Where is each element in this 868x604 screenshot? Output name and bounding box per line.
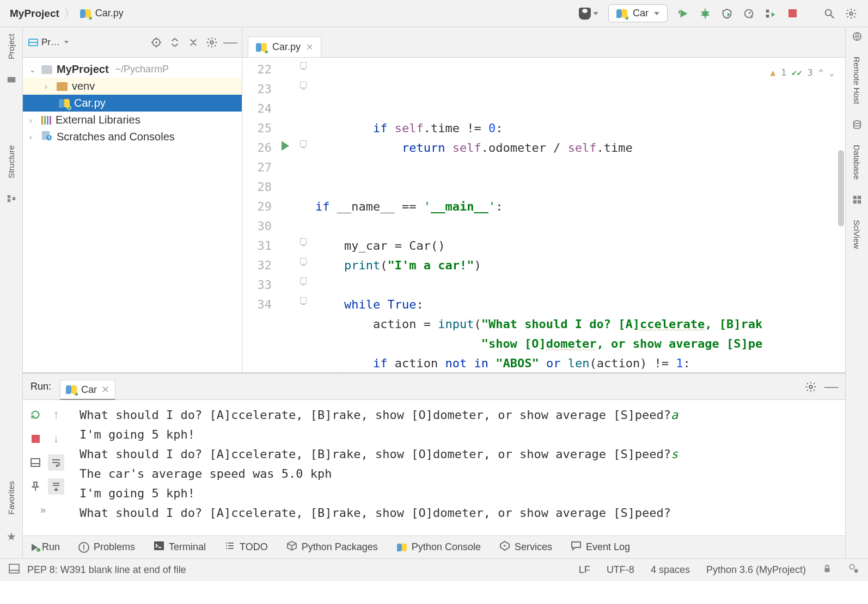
panel-settings-button[interactable]: [206, 36, 218, 48]
sciview-tab[interactable]: SciView: [852, 218, 861, 251]
check-icon: ✔✔: [792, 63, 802, 83]
pin-button[interactable]: [27, 478, 44, 495]
svg-line-11: [831, 15, 834, 18]
run-tab[interactable]: Car ✕: [60, 380, 115, 400]
svg-point-23: [210, 41, 213, 44]
rerun-button[interactable]: [27, 406, 44, 423]
expand-all-button[interactable]: [169, 36, 181, 48]
inspections-widget[interactable]: ▲1 ✔✔3 ⌃ ⌄: [771, 63, 834, 83]
chevron-right-icon[interactable]: ›: [45, 82, 52, 91]
indent-widget[interactable]: 4 spaces: [651, 564, 690, 576]
chevron-down-icon: [593, 12, 598, 15]
breadcrumb-project[interactable]: MyProject: [10, 8, 59, 20]
fold-icon[interactable]: [300, 238, 307, 245]
layout-button[interactable]: [27, 454, 44, 471]
project-toolwindow-tab[interactable]: Project: [7, 32, 16, 61]
tree-root[interactable]: ⌄ MyProject ~/PycharmP: [23, 61, 242, 78]
run-gutter-icon[interactable]: [282, 141, 289, 151]
svg-rect-34: [857, 196, 860, 199]
tree-scratches[interactable]: › Scratches and Consoles: [23, 128, 242, 145]
fold-icon[interactable]: [300, 297, 307, 304]
chevron-right-icon[interactable]: ›: [29, 133, 37, 141]
encoding-widget[interactable]: UTF-8: [607, 564, 634, 576]
python-packages-tab-button[interactable]: Python Packages: [286, 540, 378, 554]
folder-icon: [57, 82, 68, 91]
ide-features-icon[interactable]: [848, 563, 859, 577]
fold-icon[interactable]: [300, 278, 307, 284]
terminal-tab-button[interactable]: Terminal: [154, 541, 206, 553]
tree-venv[interactable]: › venv: [23, 78, 242, 95]
python-console-tab-button[interactable]: Python Console: [396, 541, 481, 553]
chevron-down-icon[interactable]: ⌄: [829, 63, 834, 83]
editor-tab[interactable]: Car.py ✕: [248, 36, 321, 57]
tree-file-car[interactable]: Car.py: [23, 95, 242, 112]
remote-host-tab[interactable]: Remote Host: [852, 54, 861, 107]
fold-icon[interactable]: [300, 62, 307, 69]
problems-tab-button[interactable]: !Problems: [78, 541, 135, 553]
chevron-down-icon[interactable]: ⌄: [29, 65, 37, 74]
run-tab-label: Car: [81, 384, 97, 396]
run-gutter[interactable]: [278, 58, 298, 372]
soft-wrap-button[interactable]: [48, 454, 64, 471]
services-tab-button[interactable]: Services: [499, 540, 552, 554]
chevron-right-icon[interactable]: ›: [29, 116, 37, 125]
code-content[interactable]: if self.time != 0: return self.odometer …: [310, 58, 845, 372]
code-with-me-button[interactable]: [579, 8, 598, 20]
svg-rect-15: [7, 199, 10, 201]
svg-point-10: [826, 9, 832, 15]
run-tab-button[interactable]: Run: [32, 541, 60, 553]
console-output[interactable]: What should I do? [A]ccelerate, [B]rake,…: [72, 400, 845, 535]
interpreter-widget[interactable]: Python 3.6 (MyProject): [706, 564, 806, 576]
scroll-to-end-button[interactable]: [48, 478, 64, 495]
favorites-toolwindow-tab[interactable]: Favorites: [7, 479, 16, 517]
project-tree[interactable]: ⌄ MyProject ~/PycharmP › venv Car.py: [23, 58, 242, 149]
project-view-title[interactable]: Pr…: [41, 37, 60, 48]
settings-button[interactable]: [845, 8, 857, 20]
right-toolwindow-stripe: Remote Host Database SciView: [845, 27, 868, 558]
run-button[interactable]: [677, 8, 689, 20]
fold-icon[interactable]: [300, 140, 307, 147]
search-everywhere-button[interactable]: [823, 8, 835, 20]
chevron-up-icon[interactable]: ⌃: [818, 63, 824, 83]
stop-icon: [788, 9, 797, 17]
close-tab-button[interactable]: ✕: [306, 42, 313, 52]
close-tab-button[interactable]: ✕: [101, 384, 109, 396]
chevron-down-icon[interactable]: [64, 41, 69, 44]
stop-button[interactable]: [786, 8, 798, 20]
debug-button[interactable]: [699, 8, 711, 20]
scrollbar-thumb[interactable]: [838, 150, 844, 226]
breadcrumb-file[interactable]: Car.py: [95, 8, 124, 19]
concurrency-button[interactable]: [765, 8, 777, 20]
fold-gutter[interactable]: [298, 58, 310, 372]
svg-line-5: [701, 14, 703, 15]
lock-icon[interactable]: [822, 564, 832, 576]
hide-panel-button[interactable]: —: [826, 381, 838, 393]
more-button[interactable]: »: [27, 502, 68, 516]
stop-button[interactable]: [27, 430, 44, 447]
locate-button[interactable]: [150, 36, 162, 48]
line-separator-widget[interactable]: LF: [579, 564, 590, 576]
coverage-button[interactable]: [721, 8, 733, 20]
run-config-selector[interactable]: Car: [608, 4, 668, 22]
run-settings-button[interactable]: [805, 381, 817, 393]
event-log-tab-button[interactable]: Event Log: [571, 541, 630, 553]
bottom-toolwindow-stripe: Run !Problems Terminal TODO Python Packa…: [23, 535, 845, 558]
tree-external-libraries[interactable]: › External Libraries: [23, 112, 242, 128]
todo-tab-button[interactable]: TODO: [224, 541, 268, 553]
structure-toolwindow-tab[interactable]: Structure: [7, 143, 16, 181]
fold-icon[interactable]: [300, 258, 307, 264]
code-editor[interactable]: 22232425262728293031323334: [242, 58, 845, 372]
terminal-icon: [154, 541, 164, 553]
warning-icon: ▲: [771, 63, 776, 83]
database-tab[interactable]: Database: [852, 143, 861, 182]
hide-panel-button[interactable]: —: [224, 36, 236, 48]
up-button[interactable]: ↑: [48, 406, 64, 423]
status-bar: PEP 8: W391 blank line at end of file LF…: [0, 558, 868, 581]
toolwindows-quicklist-button[interactable]: [9, 564, 20, 576]
collapse-all-button[interactable]: [187, 36, 199, 48]
svg-rect-37: [9, 564, 19, 573]
fold-icon[interactable]: [300, 82, 307, 88]
down-button[interactable]: ↓: [48, 430, 64, 447]
svg-point-26: [809, 385, 812, 389]
profile-button[interactable]: [743, 8, 755, 20]
